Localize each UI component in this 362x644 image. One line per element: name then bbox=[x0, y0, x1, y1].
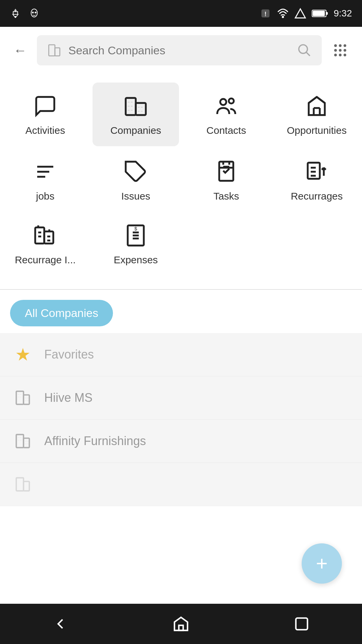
list-item-affinity[interactable]: Affinity Furnishings bbox=[0, 420, 362, 463]
search-icon bbox=[297, 43, 312, 58]
wifi-icon bbox=[277, 7, 289, 19]
svg-point-27 bbox=[339, 49, 342, 52]
companies-label: Companies bbox=[110, 125, 161, 136]
time-display: 9:32 bbox=[334, 8, 352, 19]
svg-rect-63 bbox=[44, 231, 53, 244]
nav-item-opportunities[interactable]: Opportunities bbox=[272, 80, 362, 148]
svg-point-3 bbox=[35, 12, 36, 13]
expenses-label: Expenses bbox=[114, 254, 158, 266]
svg-rect-62 bbox=[35, 227, 44, 244]
filter-bar: All Companies bbox=[0, 293, 362, 333]
grid-button[interactable] bbox=[328, 39, 352, 62]
svg-marker-46 bbox=[309, 97, 325, 115]
svg-rect-93 bbox=[16, 478, 24, 491]
svg-point-45 bbox=[229, 99, 234, 104]
svg-rect-11 bbox=[49, 45, 55, 56]
svg-text:$: $ bbox=[134, 226, 137, 231]
nav-item-activities[interactable]: Activities bbox=[0, 80, 90, 148]
svg-point-0 bbox=[14, 16, 16, 18]
nav-item-companies[interactable]: Companies bbox=[93, 83, 179, 146]
svg-rect-9 bbox=[326, 12, 328, 15]
svg-rect-10 bbox=[313, 11, 325, 16]
svg-rect-83 bbox=[16, 435, 24, 448]
svg-point-31 bbox=[344, 54, 346, 56]
affinity-building-icon bbox=[13, 432, 32, 450]
nav-item-issues[interactable]: Issues bbox=[90, 148, 181, 212]
nav-item-recurrages[interactable]: Recurrages bbox=[272, 148, 362, 212]
search-building-icon bbox=[47, 43, 62, 58]
svg-rect-32 bbox=[126, 98, 136, 115]
back-arrow-icon: ← bbox=[13, 43, 27, 58]
add-company-fab[interactable]: + bbox=[302, 543, 342, 584]
issues-icon bbox=[122, 158, 149, 185]
usb-icon bbox=[10, 8, 21, 19]
svg-rect-74 bbox=[23, 395, 29, 404]
section-divider bbox=[0, 289, 362, 290]
grid-icon bbox=[332, 42, 348, 58]
svg-point-23 bbox=[334, 44, 337, 47]
svg-line-22 bbox=[306, 52, 310, 56]
svg-rect-94 bbox=[23, 481, 29, 491]
jobs-icon bbox=[32, 158, 59, 185]
fab-plus-icon: + bbox=[316, 553, 327, 574]
nav-item-jobs[interactable]: jobs bbox=[0, 148, 90, 212]
favorites-label: Favorites bbox=[44, 347, 94, 362]
signal-icon bbox=[294, 7, 306, 19]
status-bar-right: ! 9:32 bbox=[259, 7, 352, 19]
svg-point-26 bbox=[334, 49, 337, 52]
back-nav-button[interactable] bbox=[47, 610, 74, 637]
contacts-icon bbox=[213, 93, 240, 119]
status-bar-left bbox=[10, 8, 40, 19]
jobs-label: jobs bbox=[36, 191, 54, 202]
hiive-ms-building-icon bbox=[13, 388, 32, 407]
svg-marker-7 bbox=[295, 9, 305, 18]
svg-point-2 bbox=[32, 12, 34, 13]
search-input[interactable] bbox=[68, 44, 290, 57]
svg-point-30 bbox=[339, 54, 342, 56]
svg-rect-73 bbox=[16, 391, 24, 405]
recurrage-i-label: Recurrage I... bbox=[15, 254, 76, 266]
list-item-partial[interactable] bbox=[0, 463, 362, 506]
header: ← bbox=[0, 27, 362, 74]
bottom-nav bbox=[0, 604, 362, 644]
all-companies-label: All Companies bbox=[25, 307, 98, 319]
battery-icon bbox=[312, 9, 328, 18]
nav-grid: Activities Companies bbox=[0, 74, 362, 286]
nav-item-tasks[interactable]: Tasks bbox=[181, 148, 272, 212]
opportunities-label: Opportunities bbox=[287, 125, 347, 136]
nav-item-contacts[interactable]: Contacts bbox=[181, 80, 272, 148]
svg-rect-84 bbox=[23, 438, 29, 447]
alert-icon: ! bbox=[259, 7, 272, 19]
home-nav-button[interactable] bbox=[168, 610, 194, 637]
svg-rect-33 bbox=[136, 103, 146, 115]
all-companies-button[interactable]: All Companies bbox=[10, 300, 113, 326]
svg-point-24 bbox=[339, 44, 342, 47]
svg-rect-96 bbox=[296, 618, 308, 630]
alien-icon bbox=[29, 8, 40, 19]
activities-icon bbox=[32, 93, 59, 119]
list-item-hiive-ms[interactable]: Hiive MS bbox=[0, 376, 362, 420]
svg-point-28 bbox=[344, 49, 346, 52]
partial-building-icon bbox=[13, 475, 32, 494]
status-bar: ! 9:32 bbox=[0, 0, 362, 27]
nav-item-expenses[interactable]: $ Expenses bbox=[90, 212, 181, 276]
contacts-label: Contacts bbox=[206, 125, 246, 136]
tasks-icon bbox=[213, 158, 240, 185]
svg-point-6 bbox=[282, 16, 284, 18]
affinity-label: Affinity Furnishings bbox=[44, 434, 146, 448]
svg-rect-12 bbox=[55, 48, 60, 56]
favorites-icon: ★ bbox=[13, 345, 32, 364]
nav-item-recurrage-i[interactable]: Recurrage I... bbox=[0, 212, 90, 276]
search-bar[interactable] bbox=[37, 35, 322, 65]
list-item-favorites[interactable]: ★ Favorites bbox=[0, 333, 362, 376]
svg-point-44 bbox=[220, 99, 226, 105]
recurrages-icon bbox=[303, 158, 330, 185]
svg-point-25 bbox=[344, 44, 346, 47]
tasks-label: Tasks bbox=[214, 191, 239, 202]
recents-nav-button[interactable] bbox=[288, 610, 315, 637]
companies-icon bbox=[122, 93, 149, 119]
issues-label: Issues bbox=[121, 191, 150, 202]
back-button[interactable]: ← bbox=[10, 40, 30, 60]
recurrages-label: Recurrages bbox=[291, 191, 343, 202]
svg-point-21 bbox=[299, 45, 308, 54]
